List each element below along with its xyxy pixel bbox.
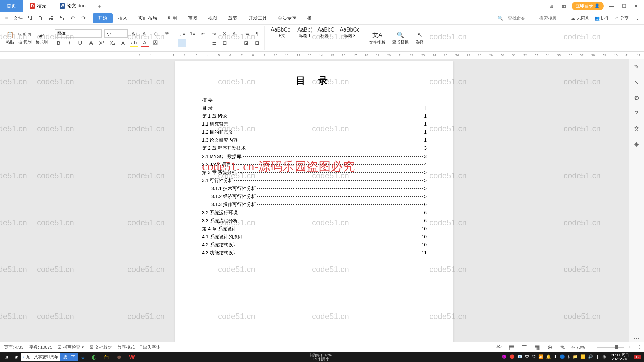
find-replace-button[interactable]: 🔍查找替换 <box>392 31 409 45</box>
app2-icon[interactable]: ☻ <box>113 352 126 362</box>
taskbar-clock[interactable]: 20:11 周日2022/9/18 <box>609 353 631 361</box>
style-标题 2[interactable]: AaBbC标题 2 <box>315 26 337 50</box>
translate-icon[interactable]: 文 <box>633 125 641 133</box>
annotate-icon[interactable]: ✎ <box>558 343 567 351</box>
tray-icon[interactable]: 🔵 <box>560 354 565 360</box>
font-select[interactable] <box>55 29 102 38</box>
decrease-indent-button[interactable]: ⇤ <box>199 29 207 38</box>
menu-tab-7[interactable]: 开发工具 <box>243 13 272 23</box>
tray-icon[interactable]: 🔴 <box>509 354 515 360</box>
search-command-input[interactable] <box>508 16 535 21</box>
distribute-button[interactable]: ⊟ <box>221 39 229 47</box>
sync-status[interactable]: ☁ 未同步 <box>571 15 590 21</box>
tab-home[interactable]: 首页 <box>0 0 23 12</box>
numbering-button[interactable]: 1≡ <box>189 29 197 38</box>
close-button[interactable]: ✕ <box>632 2 640 10</box>
menu-tab-3[interactable]: 引用 <box>162 13 182 23</box>
tab-docer[interactable]: D稻壳 <box>23 0 53 12</box>
ai-icon[interactable]: ◈ <box>633 140 641 148</box>
save-as-icon[interactable]: 🗋 <box>36 14 44 22</box>
grid-icon[interactable]: ▦ <box>559 2 568 10</box>
redo-icon[interactable]: ↷ <box>79 14 87 22</box>
cut-button[interactable]: ✂剪切 <box>17 31 33 38</box>
undo-icon[interactable]: ↶ <box>68 14 76 22</box>
menu-tab-4[interactable]: 审阅 <box>182 13 203 23</box>
tray-icon[interactable]: 📁 <box>573 354 578 360</box>
fit-width-button[interactable]: ⬄ 70% <box>571 345 585 350</box>
edge-icon[interactable]: e <box>78 352 88 362</box>
read-view-icon[interactable]: ⊕ <box>546 343 554 351</box>
page-indicator[interactable]: 页面: 4/33 <box>4 344 24 350</box>
zoom-out-button[interactable]: − <box>590 345 592 350</box>
bold-button[interactable]: B <box>55 39 63 47</box>
tray-icon[interactable]: 🟨 <box>580 354 585 360</box>
document-area[interactable]: 目 录 摘 要I目 录Ⅲ第 1 章 绪论11.1 研究背景11.2 目的和意义1… <box>0 59 629 342</box>
zoom-in-button[interactable]: + <box>628 345 631 350</box>
align-left-button[interactable]: ≡ <box>178 39 186 47</box>
text-layout-button[interactable]: 文A文字排版 <box>369 31 385 45</box>
notification-icon[interactable]: 🔔 <box>546 354 551 360</box>
missing-font[interactable]: ᵀ 缺失字体 <box>140 344 161 350</box>
share-button[interactable]: ↗ 分享 <box>614 15 629 21</box>
font-size-select[interactable] <box>104 29 128 38</box>
copy-button[interactable]: ⿻复制 <box>17 39 33 46</box>
style-正文[interactable]: AaBbCcI正文 <box>268 26 294 50</box>
asian-layout-button[interactable]: ✕ <box>221 29 229 38</box>
cpu-monitor[interactable]: 卡的停了 13% CPU利用率 <box>306 353 334 361</box>
settings-icon[interactable]: ⚙ <box>633 94 641 102</box>
tray-icon[interactable]: 📧 <box>517 354 522 360</box>
borders-button[interactable]: ⊞ <box>253 39 261 47</box>
print-preview-icon[interactable]: 🖶 <box>58 14 66 22</box>
char-border-button[interactable]: 囚 <box>151 39 159 47</box>
menu-tab-1[interactable]: 插入 <box>113 13 133 23</box>
volume-icon[interactable]: 🔊 <box>588 354 593 360</box>
subscript-button[interactable]: X₂ <box>108 39 116 47</box>
file-menu[interactable]: 文件 <box>13 15 23 21</box>
minimize-button[interactable]: — <box>608 2 616 10</box>
web-view-icon[interactable]: ▦ <box>533 343 541 351</box>
align-right-button[interactable]: ≡ <box>199 39 207 47</box>
explorer-icon[interactable]: 🗀 <box>100 352 113 362</box>
outline-view-icon[interactable]: ☰ <box>520 343 528 351</box>
paste-button[interactable]: 📋粘贴 <box>6 31 14 45</box>
login-button[interactable]: 立即登录👤 <box>572 2 604 10</box>
wifi-icon[interactable]: 📶 <box>538 354 543 360</box>
tray-icon[interactable]: ⬇ <box>554 354 557 360</box>
copilot-icon[interactable]: ◉ <box>11 352 21 362</box>
italic-button[interactable]: I <box>65 39 73 47</box>
more-icon[interactable]: ⋯ <box>633 334 641 342</box>
ime-indicator[interactable]: 中 <box>596 354 600 360</box>
wps-icon[interactable]: W <box>126 352 138 362</box>
page-view-icon[interactable]: ▤ <box>507 343 516 351</box>
app1-icon[interactable]: ◐ <box>88 352 100 362</box>
action-center[interactable]: 12 <box>634 355 641 359</box>
sort-button[interactable]: A↓ <box>231 29 239 38</box>
menu-tab-8[interactable]: 会员专享 <box>272 13 302 23</box>
menu-tab-6[interactable]: 章节 <box>223 13 243 23</box>
eye-icon[interactable]: 👁 <box>495 343 503 351</box>
select-button[interactable]: ↖选择 <box>416 31 424 45</box>
bullets-button[interactable]: ⋮≡ <box>178 29 186 38</box>
save-icon[interactable]: 🖫 <box>25 14 34 22</box>
line-height-button[interactable]: ‡≡ <box>231 39 239 47</box>
clear-format-icon[interactable]: ◇ <box>152 29 160 38</box>
format-painter-button[interactable]: 🖌格式刷 <box>36 32 48 45</box>
tray-icon[interactable]: 🛡 <box>525 354 529 360</box>
paragraph-marks-button[interactable]: ¶ <box>253 29 261 38</box>
print-icon[interactable]: 🖨 <box>47 14 55 22</box>
collab-button[interactable]: 👥 协作 <box>594 15 610 21</box>
align-center-button[interactable]: ≡ <box>189 39 197 47</box>
menu-tab-5[interactable]: 视图 <box>203 13 223 23</box>
menu-tab-9[interactable]: 推 <box>302 13 317 23</box>
pointer-icon[interactable]: ↖ <box>633 78 641 86</box>
tab-add[interactable]: ＋ <box>92 2 106 10</box>
text-effects-button[interactable]: A <box>119 39 127 47</box>
menu-tab-0[interactable]: 开始 <box>93 13 113 23</box>
menu-hamburger-icon[interactable]: ≡ <box>3 14 11 22</box>
highlight-button[interactable]: ab <box>130 39 138 47</box>
pen-icon[interactable]: ✎ <box>633 63 641 71</box>
spell-check-toggle[interactable]: ☑ 拼写检查 ▾ <box>58 344 84 350</box>
style-标题 1[interactable]: AaBb(标题 1 <box>294 26 315 50</box>
tray-icon[interactable]: ◎ <box>602 354 606 360</box>
superscript-button[interactable]: X² <box>98 39 106 47</box>
